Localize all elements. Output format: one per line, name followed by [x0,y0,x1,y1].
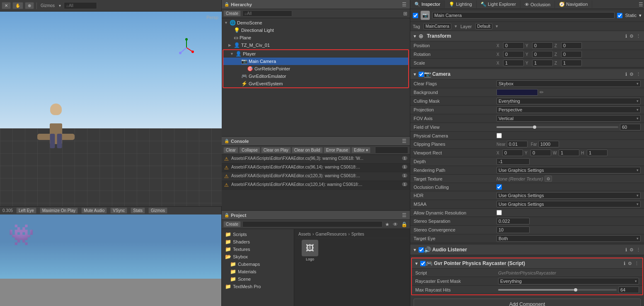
tab-lighting[interactable]: 💡 Lighting [445,0,477,8]
rotation-x-input[interactable] [503,51,524,58]
proj-folder-textmesh[interactable]: 📁 TextMesh Pro [222,283,294,290]
gvr-raycaster-header[interactable]: ▼ 🎮 Gvr Pointer Physics Raycaster (Scrip… [412,258,642,269]
stereo-convergence-input[interactable] [496,226,530,233]
console-menu-btn[interactable]: ☰ [401,138,407,144]
console-error-pause-btn[interactable]: Error Pause [324,147,351,153]
rendering-path-dropdown[interactable]: Use Graphics Settings ▾ [496,167,641,173]
console-clear-build-btn[interactable]: Clear on Build [292,147,323,153]
gvr-max-hits-input[interactable] [618,287,639,293]
asset-logo[interactable]: 🖼 Logo [298,240,322,261]
audio-settings-btn[interactable]: ⚙ [629,247,634,253]
proj-folder-textures[interactable]: 📁 Textures [222,246,294,253]
camera-info-btn[interactable]: ℹ [625,72,628,77]
vr-x-input[interactable] [502,149,523,156]
target-eye-dropdown[interactable]: Both ▾ [496,235,641,242]
far-input[interactable] [538,141,559,147]
console-search-input[interactable] [375,147,408,154]
tab-inspector[interactable]: 🔍 Inspector [410,0,445,8]
console-row-4[interactable]: ⚠ Assets\FXAA\Scripts\Editor\FXAAEditor.… [222,181,410,190]
gvr-settings-btn[interactable]: ⚙ [627,261,633,266]
proj-folder-scene[interactable]: 📁 Scene [222,275,294,283]
tree-item-plane[interactable]: ▭ Plane [222,34,410,41]
fov-axis-dropdown[interactable]: Vertical ▾ [496,115,641,122]
console-row-1[interactable]: ⚠ Assets\FXAA\Scripts\Editor\FXAAEditor.… [222,155,410,164]
clear-flags-dropdown[interactable]: Skybox ▾ [496,80,641,87]
object-name-field[interactable] [432,12,615,19]
audio-enabled-checkbox[interactable] [419,247,424,253]
hierarchy-create-btn[interactable]: Create [223,10,241,17]
scale-y-input[interactable] [532,60,553,66]
culling-mask-dropdown[interactable]: Everything ▾ [496,98,641,104]
depth-input[interactable] [496,158,530,165]
project-star-btn[interactable]: ★ [384,222,390,227]
audio-more-btn[interactable]: ⋮ [635,247,642,253]
gvr-event-mask-dropdown[interactable]: Everything ▾ [498,278,639,284]
hand-tool-btn[interactable]: ✋ [12,2,23,9]
close-scene-btn[interactable]: ✕ [2,2,11,9]
position-z-input[interactable] [561,42,582,49]
background-color-swatch[interactable] [496,89,538,96]
projection-dropdown[interactable]: Perspective ▾ [496,106,641,113]
inspector-menu-btn[interactable]: ☰ [638,2,644,7]
tree-item-tz-m-civ[interactable]: ▶ 👤 TZ_M_Civ_01 [222,41,410,49]
vr-y-input[interactable] [530,149,551,156]
transform-info-btn[interactable]: ℹ [625,34,628,39]
proj-folder-scripts[interactable]: 📁 Scripts [222,231,294,238]
background-edit-icon[interactable]: ✏ [540,89,544,95]
tree-item-main-camera[interactable]: 📷 Main Camera [223,58,408,65]
scale-x-input[interactable] [503,60,524,66]
gvr-max-hits-slider[interactable] [498,289,617,291]
console-row-2[interactable]: ⚠ Assets\FXAA\Scripts\Editor\FXAAEditor.… [222,164,410,172]
console-clear-play-btn[interactable]: Clear on Play [261,147,291,153]
gvr-enabled-checkbox[interactable] [420,261,426,266]
proj-folder-materials[interactable]: 📁 Materials [222,268,294,275]
msaa-dropdown[interactable]: Use Graphics Settings ▾ [496,201,641,207]
proj-folder-shaders[interactable]: 📁 Shaders [222,238,294,246]
transform-settings-btn[interactable]: ⚙ [629,34,634,39]
tag-value-field[interactable]: MainCamera [424,23,451,29]
proj-folder-cubemaps[interactable]: 📁 Cubemaps [222,260,294,268]
allow-dynamic-checkbox[interactable] [496,210,502,215]
move-tool-btn[interactable]: ⊕ [25,2,34,9]
physical-camera-checkbox[interactable] [496,133,502,138]
position-x-input[interactable] [503,42,524,49]
project-menu-btn[interactable]: ☰ [401,212,407,218]
near-input[interactable] [507,141,528,147]
occlusion-culling-checkbox[interactable] [496,184,502,190]
console-editor-btn[interactable]: Editor ▾ [351,147,370,153]
breadcrumb-gameresources[interactable]: GameResources [315,232,346,236]
fov-slider[interactable] [496,126,618,128]
project-eye-btn[interactable]: 👁 [392,222,399,227]
maximize-btn[interactable]: Maximize On Play [40,207,78,214]
tab-light-explorer[interactable]: 🔦 Light Explorer [477,0,521,8]
target-texture-ref-btn[interactable]: ⊙ [545,176,552,182]
project-lock2-btn[interactable]: 🔒 [400,222,408,227]
fov-input[interactable] [620,124,641,130]
proj-folder-skybox[interactable]: 📂 Skybox [222,253,294,260]
camera-more-btn[interactable]: ⋮ [635,72,642,77]
tab-navigation[interactable]: 🧭 Navigation [555,0,592,8]
hierarchy-search-input[interactable] [242,10,292,17]
hdr-dropdown[interactable]: Use Graphics Settings ▾ [496,192,641,199]
tree-item-gvr-event[interactable]: ⚡ GvrEventSystem [223,80,408,87]
add-component-btn[interactable]: Add Component [414,299,641,306]
audio-listener-header[interactable]: ▼ 🔊 Audio Listener ℹ ⚙ ⋮ [410,245,644,255]
rotation-y-input[interactable] [532,51,553,58]
hierarchy-expand-btn[interactable]: ⊞ [402,11,408,17]
mute-btn[interactable]: Mute Audio [81,207,107,214]
rotation-z-input[interactable] [561,51,582,58]
static-checkbox[interactable] [617,13,622,18]
vsync-btn[interactable]: VSync [110,207,127,214]
console-clear-btn[interactable]: Clear [223,147,238,153]
stereo-separation-input[interactable] [496,218,530,224]
stats-btn[interactable]: Stats [131,207,145,214]
object-active-checkbox[interactable] [413,13,418,18]
scale-z-input[interactable] [561,60,582,66]
project-search-input[interactable] [242,221,383,227]
camera-enabled-checkbox[interactable] [419,72,424,77]
gizmos-btn[interactable]: Gizmos [148,207,167,214]
transform-component-header[interactable]: ▼ ⊕ Transform ℹ ⚙ ⋮ [410,31,644,41]
tree-item-directional-light[interactable]: 💡 Directional Light [222,27,410,34]
vr-w-input[interactable] [559,149,579,156]
console-collapse-btn[interactable]: Collapse [239,147,260,153]
